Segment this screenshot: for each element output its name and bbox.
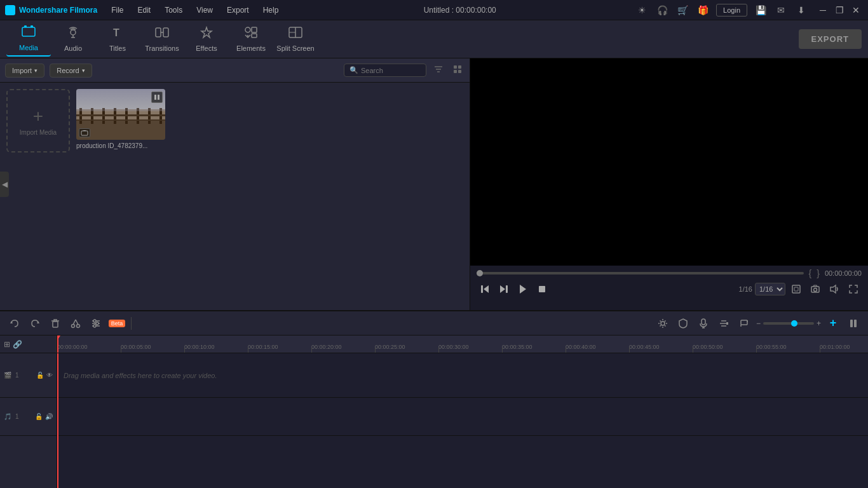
mix-icon[interactable]: [715, 315, 732, 332]
microphone-icon[interactable]: [695, 315, 712, 332]
timeline-pause-button[interactable]: [845, 315, 862, 332]
cart-icon[interactable]: 🛒: [675, 3, 689, 17]
zoom-control: − +: [756, 319, 821, 328]
progress-handle[interactable]: [477, 270, 483, 276]
toolbar-audio[interactable]: Audio: [51, 22, 95, 57]
zoom-in-icon[interactable]: +: [817, 319, 821, 328]
import-button[interactable]: Import ▾: [5, 64, 44, 78]
effects-icon: [200, 26, 214, 42]
audio-track-icon: 🎵: [4, 413, 11, 420]
toolbar-media[interactable]: Media: [6, 22, 51, 57]
ruler-tick: [438, 348, 439, 353]
delete-button[interactable]: [47, 315, 64, 332]
toolbar-transitions[interactable]: Transitions: [140, 22, 184, 57]
svg-rect-33: [792, 285, 800, 293]
zoom-track[interactable]: [763, 322, 814, 325]
mail-icon[interactable]: ✉: [774, 3, 788, 17]
toolbar-titles[interactable]: T Titles: [95, 22, 140, 57]
menu-help[interactable]: Help: [257, 3, 285, 17]
eye-icon[interactable]: 👁: [46, 372, 53, 379]
audio-lock-icon[interactable]: 🔓: [35, 413, 43, 420]
svg-point-49: [93, 320, 96, 322]
transitions-icon: [155, 26, 169, 42]
menu-view[interactable]: View: [190, 3, 219, 17]
playhead[interactable]: [57, 336, 58, 353]
media-item[interactable]: production ID_4782379...: [76, 89, 165, 152]
redo-button[interactable]: [27, 315, 43, 332]
scale-select[interactable]: 1/16 1/8 1/4 Full: [755, 283, 785, 295]
audio-volume-icon[interactable]: 🔊: [45, 413, 53, 420]
svg-rect-34: [794, 287, 798, 291]
stop-button[interactable]: [534, 281, 550, 297]
sun-icon[interactable]: ☀: [635, 3, 649, 17]
search-icon: 🔍: [349, 66, 358, 74]
svg-rect-1: [22, 27, 35, 36]
import-media-tile[interactable]: + Import Media: [6, 89, 70, 152]
toolbar-effects-label: Effects: [196, 44, 217, 52]
ruler-spacer-label: ⊞ 🔗: [0, 336, 57, 353]
app-logo: Wondershare Filmora: [5, 5, 97, 15]
cut-button[interactable]: [67, 315, 84, 332]
gift-icon[interactable]: 🎁: [696, 3, 710, 17]
zoom-thumb[interactable]: [791, 320, 797, 327]
crop-icon[interactable]: [736, 315, 752, 332]
undo-button[interactable]: [6, 315, 23, 332]
svg-rect-25: [158, 95, 159, 100]
panel-toggle[interactable]: ◀: [0, 172, 9, 197]
volume-icon[interactable]: [826, 281, 843, 297]
svg-rect-40: [53, 322, 58, 327]
menu-file[interactable]: File: [105, 3, 130, 17]
progress-track[interactable]: [477, 272, 804, 274]
download-icon[interactable]: ⬇: [794, 3, 808, 17]
filter-icon[interactable]: [431, 62, 445, 78]
svg-rect-60: [741, 320, 747, 325]
search-input[interactable]: [361, 67, 418, 74]
step-forward-button[interactable]: [496, 281, 512, 297]
video-track-control: 🎬 1 🔓 👁: [0, 353, 57, 398]
menu-edit[interactable]: Edit: [131, 3, 157, 17]
svg-rect-30: [506, 285, 508, 293]
toolbar-effects[interactable]: Effects: [184, 22, 229, 57]
fullscreen-icon[interactable]: [845, 281, 862, 297]
lock-icon[interactable]: 🔓: [36, 372, 44, 379]
step-back-button[interactable]: [477, 281, 493, 297]
minimize-button[interactable]: ─: [816, 3, 830, 17]
toolbar-elements[interactable]: Elements: [229, 22, 273, 57]
fit-screen-icon[interactable]: [788, 281, 804, 297]
adjust-button[interactable]: [88, 315, 104, 332]
grid-view-icon[interactable]: [451, 62, 465, 78]
split-button[interactable]: Beta: [108, 315, 125, 332]
svg-point-55: [661, 322, 665, 325]
play-button[interactable]: [515, 281, 531, 297]
ruler-tick: [248, 348, 248, 353]
ruler-mark: 00:00:35:00: [502, 344, 532, 350]
svg-marker-27: [484, 285, 489, 293]
toolbar-split-screen[interactable]: Split Screen: [273, 22, 318, 57]
menu-export[interactable]: Export: [220, 3, 255, 17]
ruler-tick: [502, 348, 503, 353]
ruler-mark: 00:00:40:00: [566, 344, 596, 350]
toolbar-audio-label: Audio: [64, 44, 82, 52]
media-content: + Import Media: [0, 83, 470, 310]
menu-tools[interactable]: Tools: [158, 3, 189, 17]
thumb-badge-icon: [79, 128, 90, 137]
settings-icon[interactable]: [654, 315, 671, 332]
record-button[interactable]: Record ▾: [50, 64, 92, 78]
export-button[interactable]: EXPORT: [799, 29, 862, 49]
headphone-icon[interactable]: 🎧: [655, 3, 669, 17]
svg-line-44: [73, 320, 76, 325]
timeline-ruler[interactable]: 00:00:00:0000:00:05:0000:00:10:0000:00:1…: [57, 336, 868, 353]
login-button[interactable]: Login: [716, 4, 747, 17]
timeline-toolbar: Beta: [0, 311, 868, 336]
add-media-icon[interactable]: ⊞: [4, 340, 10, 349]
link-icon[interactable]: 🔗: [13, 340, 22, 349]
add-track-button[interactable]: +: [825, 315, 841, 332]
maximize-button[interactable]: ❐: [832, 3, 846, 17]
left-brace: {: [809, 268, 812, 278]
shield-icon[interactable]: [675, 315, 691, 332]
close-button[interactable]: ✕: [849, 3, 863, 17]
snapshot-icon[interactable]: [807, 281, 824, 297]
save-icon[interactable]: 💾: [754, 3, 768, 17]
zoom-out-icon[interactable]: −: [756, 319, 761, 328]
svg-marker-37: [831, 285, 836, 293]
